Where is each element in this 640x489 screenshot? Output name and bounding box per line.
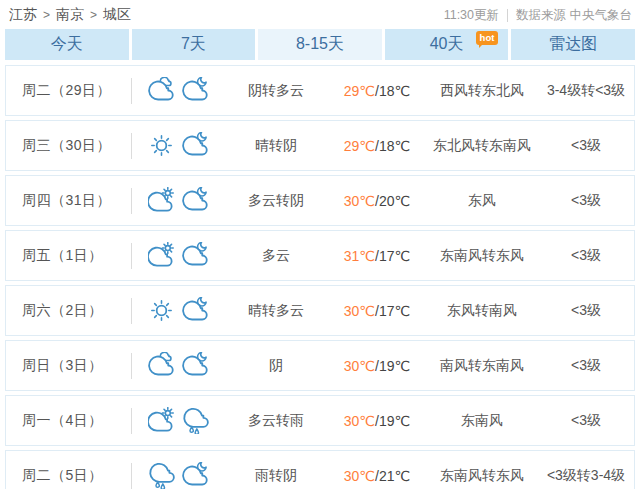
weather-text: 多云转雨 — [224, 412, 328, 430]
temperature: 30℃/17℃ — [328, 303, 426, 319]
wind-direction: 南风转东南风 — [426, 357, 538, 375]
tab-label: 40天 — [430, 34, 464, 55]
wind-level: <3级 — [538, 137, 634, 155]
wind-level: <3级 — [538, 302, 634, 320]
temperature: 30℃/21℃ — [328, 468, 426, 484]
cloud-rain-icon — [182, 407, 209, 434]
tab-label: 雷达图 — [549, 34, 597, 55]
temp-high: 29℃ — [344, 138, 375, 154]
temperature: 29℃/18℃ — [328, 83, 426, 99]
cloud-sun-icon — [148, 187, 175, 214]
day-label: 周三（30日） — [6, 137, 131, 155]
wind-level: <3级转3-4级 — [538, 467, 634, 485]
temp-low: 18℃ — [379, 138, 410, 154]
wind-direction: 西风转东北风 — [426, 82, 538, 100]
wind-level: <3级 — [538, 247, 634, 265]
wind-direction: 东南风转东风 — [426, 467, 538, 485]
data-source: 数据来源 中央气象台 — [516, 7, 632, 24]
cloud-moon-icon — [182, 187, 209, 214]
cloud-moon-icon — [182, 297, 209, 324]
cloud-moon-icon — [182, 132, 209, 159]
weather-icons — [132, 187, 224, 214]
weather-page: 江苏>南京>城区 11:30更新 数据来源 中央气象台 今天7天8-15天40天… — [0, 0, 640, 489]
sun-icon — [148, 132, 175, 159]
top-bar: 江苏>南京>城区 11:30更新 数据来源 中央气象台 — [5, 0, 635, 26]
weather-icons — [132, 132, 224, 159]
breadcrumb-separator: > — [43, 8, 50, 22]
tab-label: 8-15天 — [296, 34, 344, 55]
temperature: 30℃/19℃ — [328, 413, 426, 429]
tab-bar: 今天7天8-15天40天hot雷达图 — [5, 29, 635, 60]
weather-icons — [132, 297, 224, 324]
tab-label: 今天 — [51, 34, 83, 55]
temp-low: 19℃ — [379, 413, 410, 429]
forecast-row: 周二（5日）雨转阴30℃/21℃东南风转东风<3级转3-4级 — [5, 450, 635, 489]
temp-low: 18℃ — [379, 83, 410, 99]
cloud-moon-icon — [182, 352, 209, 379]
weather-text: 多云 — [224, 247, 328, 265]
forecast-row: 周二（29日）阴转多云29℃/18℃西风转东北风3-4级转<3级 — [5, 65, 635, 116]
wind-direction: 东南风 — [426, 412, 538, 430]
tab-7天[interactable]: 7天 — [132, 29, 256, 60]
tab-40天[interactable]: 40天hot — [385, 29, 509, 60]
forecast-row: 周三（30日）晴转阴29℃/18℃东北风转东南风<3级 — [5, 120, 635, 171]
update-time: 11:30更新 — [444, 7, 499, 24]
weather-text: 多云转阴 — [224, 192, 328, 210]
cloud-sun-icon — [148, 242, 175, 269]
day-label: 周一（4日） — [6, 412, 131, 430]
overcast-icon — [148, 77, 175, 104]
temp-low: 19℃ — [379, 358, 410, 374]
wind-direction: 东风 — [426, 192, 538, 210]
sun-icon — [148, 297, 175, 324]
wind-direction: 东南风转东风 — [426, 247, 538, 265]
temp-high: 30℃ — [344, 413, 375, 429]
update-info: 11:30更新 数据来源 中央气象台 — [444, 7, 632, 24]
breadcrumb-item[interactable]: 江苏 — [9, 6, 37, 24]
cloud-moon-icon — [182, 242, 209, 269]
temp-high: 30℃ — [344, 358, 375, 374]
weather-icons — [132, 77, 224, 104]
weather-text: 晴转阴 — [224, 137, 328, 155]
hot-badge: hot — [476, 31, 499, 45]
wind-level: <3级 — [538, 357, 634, 375]
forecast-table: 周二（29日）阴转多云29℃/18℃西风转东北风3-4级转<3级周三（30日）晴… — [5, 65, 635, 489]
temp-low: 17℃ — [379, 303, 410, 319]
wind-level: 3-4级转<3级 — [538, 82, 634, 100]
cloud-rain-icon — [148, 462, 175, 489]
temp-high: 30℃ — [344, 303, 375, 319]
day-label: 周日（3日） — [6, 357, 131, 375]
temp-high: 30℃ — [344, 193, 375, 209]
weather-icons — [132, 242, 224, 269]
forecast-row: 周六（2日）晴转多云30℃/17℃东风转南风<3级 — [5, 285, 635, 336]
temp-low: 20℃ — [379, 193, 410, 209]
day-label: 周六（2日） — [6, 302, 131, 320]
weather-text: 晴转多云 — [224, 302, 328, 320]
wind-level: <3级 — [538, 192, 634, 210]
temperature: 29℃/18℃ — [328, 138, 426, 154]
cloud-moon-icon — [182, 462, 209, 489]
overcast-icon — [148, 352, 175, 379]
tab-今天[interactable]: 今天 — [5, 29, 129, 60]
day-label: 周五（1日） — [6, 247, 131, 265]
weather-icons — [132, 462, 224, 489]
breadcrumb: 江苏>南京>城区 — [9, 6, 131, 24]
tab-label: 7天 — [181, 34, 206, 55]
day-label: 周二（5日） — [6, 467, 131, 485]
forecast-row: 周五（1日）多云31℃/17℃东南风转东风<3级 — [5, 230, 635, 281]
breadcrumb-separator: > — [90, 8, 97, 22]
wind-direction: 东北风转东南风 — [426, 137, 538, 155]
forecast-row: 周四（31日）多云转阴30℃/20℃东风<3级 — [5, 175, 635, 226]
wind-level: <3级 — [538, 412, 634, 430]
breadcrumb-item[interactable]: 南京 — [56, 6, 84, 24]
tab-雷达图[interactable]: 雷达图 — [511, 29, 635, 60]
forecast-row: 周一（4日）多云转雨30℃/19℃东南风<3级 — [5, 395, 635, 446]
tab-8-15天[interactable]: 8-15天 — [258, 29, 382, 60]
temp-high: 31℃ — [344, 248, 375, 264]
cloud-sun-icon — [148, 407, 175, 434]
temp-high: 30℃ — [344, 468, 375, 484]
temp-high: 29℃ — [344, 83, 375, 99]
breadcrumb-item[interactable]: 城区 — [103, 6, 131, 24]
temperature: 31℃/17℃ — [328, 248, 426, 264]
wind-direction: 东风转南风 — [426, 302, 538, 320]
day-label: 周二（29日） — [6, 82, 131, 100]
